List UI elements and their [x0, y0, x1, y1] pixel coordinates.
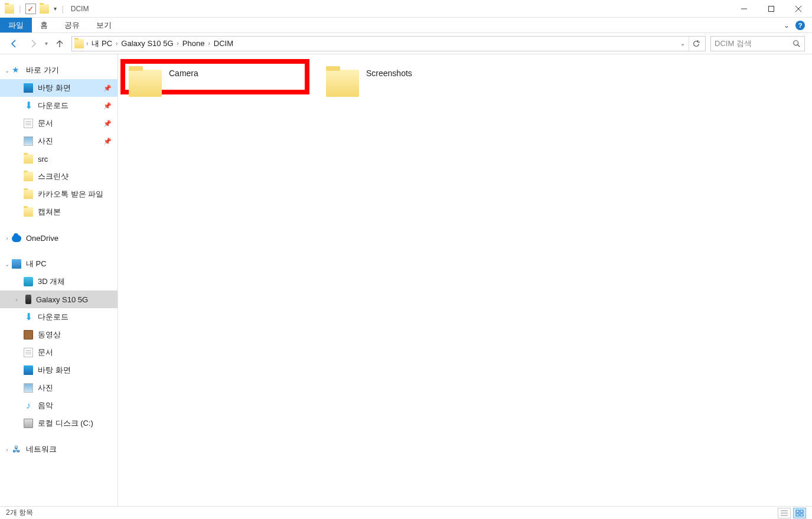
address-dropdown-icon[interactable]: ⌄: [677, 40, 689, 47]
refresh-button[interactable]: [689, 37, 703, 51]
expand-caret-icon[interactable]: ⌄: [4, 261, 11, 267]
nav-quick-item[interactable]: src: [0, 150, 118, 168]
qat-checkbox-icon[interactable]: ✓: [25, 4, 36, 14]
star-icon: ★: [12, 66, 21, 75]
disk-icon: [24, 419, 33, 428]
nav-quick-item[interactable]: 스크린샷: [0, 168, 118, 185]
svg-point-4: [794, 40, 798, 45]
network-icon: 🖧: [12, 445, 21, 454]
nav-pc-item[interactable]: 동영상: [0, 326, 118, 344]
tab-share[interactable]: 공유: [56, 18, 88, 32]
view-details-button[interactable]: [778, 508, 791, 518]
nav-quick-item[interactable]: 바탕 화면📌: [0, 79, 118, 97]
ribbon-tabs: 파일 홈 공유 보기 ⌄ ?: [0, 18, 812, 33]
svg-line-5: [798, 44, 800, 47]
folder-tile[interactable]: Screenshots: [322, 64, 511, 99]
search-icon: [793, 40, 801, 48]
content-area[interactable]: CameraScreenshots: [118, 54, 812, 506]
app-folder-icon: [5, 4, 14, 14]
nav-label: 내 PC: [26, 259, 47, 269]
expand-caret-icon[interactable]: ›: [4, 235, 11, 241]
tab-file[interactable]: 파일: [0, 18, 32, 32]
tab-home[interactable]: 홈: [32, 18, 56, 32]
navigation-pane: ⌄ ★ 바로 가기 바탕 화면📌⬇다운로드📌문서📌사진📌src스크린샷카카오톡 …: [0, 54, 118, 506]
nav-item-label: 문서: [38, 347, 53, 358]
window-title: DCIM: [71, 5, 89, 13]
breadcrumb-seg-1[interactable]: Galaxy S10 5G: [118, 39, 177, 48]
back-button[interactable]: [7, 37, 21, 51]
nav-this-pc[interactable]: ⌄ 내 PC: [0, 255, 118, 273]
svg-rect-10: [800, 510, 803, 513]
nav-item-label: Galaxy S10 5G: [36, 295, 88, 304]
ribbon-collapse-icon[interactable]: ⌄: [784, 21, 790, 30]
nav-onedrive[interactable]: › OneDrive: [0, 229, 118, 247]
nav-item-label: 사진: [38, 383, 53, 393]
document-icon: [24, 119, 33, 128]
document-icon: [24, 348, 33, 357]
recent-dropdown-icon[interactable]: ▾: [45, 40, 48, 47]
up-button[interactable]: [53, 37, 67, 51]
nav-pc-item[interactable]: 바탕 화면: [0, 361, 118, 379]
expand-caret-icon[interactable]: ›: [4, 446, 11, 453]
download-icon: ⬇: [24, 101, 33, 110]
nav-pc-item[interactable]: ›Galaxy S10 5G: [0, 290, 118, 308]
nav-item-label: 카카오톡 받은 파일: [38, 189, 103, 200]
help-icon[interactable]: ?: [795, 21, 805, 30]
nav-quick-item[interactable]: 문서📌: [0, 115, 118, 132]
nav-item-label: 다운로드: [38, 100, 69, 111]
folder-label: Screenshots: [366, 67, 412, 78]
nav-quick-item[interactable]: 사진📌: [0, 132, 118, 150]
qat-separator: |: [19, 4, 21, 13]
nav-quick-item[interactable]: 카카오톡 받은 파일: [0, 185, 118, 203]
qat-folder-icon[interactable]: [40, 4, 49, 14]
breadcrumb-seg-2[interactable]: Phone: [179, 39, 208, 48]
qat-separator-2: |: [61, 4, 63, 13]
folder-icon: [326, 70, 359, 97]
qat-dropdown-icon[interactable]: ▾: [54, 5, 57, 12]
search-input[interactable]: DCIM 검색: [710, 36, 805, 51]
tab-view[interactable]: 보기: [88, 18, 120, 32]
nav-item-label: 사진: [38, 136, 53, 146]
folder-icon: [24, 172, 33, 181]
nav-item-label: 바탕 화면: [38, 365, 71, 376]
nav-pc-item[interactable]: 로컬 디스크 (C:): [0, 414, 118, 432]
search-placeholder: DCIM 검색: [715, 38, 793, 49]
nav-pc-item[interactable]: 문서: [0, 344, 118, 361]
music-icon: ♪: [24, 401, 33, 410]
nav-pc-item[interactable]: ⬇다운로드: [0, 308, 118, 326]
nav-item-label: 로컬 디스크 (C:): [38, 418, 93, 429]
video-icon: [24, 330, 33, 340]
titlebar-left: | ✓ ▾ | DCIM: [0, 4, 89, 14]
minimize-button[interactable]: [731, 0, 758, 18]
close-button[interactable]: [785, 0, 812, 18]
folder-tile[interactable]: Camera: [120, 59, 309, 94]
address-row: ▾ › 내 PC › Galaxy S10 5G › Phone › DCIM …: [0, 33, 812, 54]
pin-icon: 📌: [103, 138, 112, 145]
desktop-icon: [24, 365, 33, 375]
view-tiles-button[interactable]: [793, 508, 806, 518]
nav-item-label: 스크린샷: [38, 171, 69, 182]
expand-caret-icon[interactable]: ›: [13, 296, 20, 303]
nav-quick-item[interactable]: ⬇다운로드📌: [0, 97, 118, 115]
nav-quick-access[interactable]: ⌄ ★ 바로 가기: [0, 61, 118, 79]
nav-item-label: 바탕 화면: [38, 83, 71, 93]
nav-pc-item[interactable]: 사진: [0, 379, 118, 397]
nav-item-label: 캡쳐본: [38, 207, 61, 217]
status-count: 2개 항목: [6, 508, 33, 518]
nav-label: 네트워크: [26, 444, 57, 455]
nav-network[interactable]: › 🖧 네트워크: [0, 440, 118, 458]
desktop-icon: [24, 83, 33, 93]
breadcrumb-seg-3[interactable]: DCIM: [210, 39, 237, 48]
picture-icon: [24, 383, 33, 393]
address-bar[interactable]: › 내 PC › Galaxy S10 5G › Phone › DCIM ⌄: [71, 36, 706, 51]
nav-quick-item[interactable]: 캡쳐본: [0, 203, 118, 221]
3d-objects-icon: [24, 277, 33, 286]
forward-button[interactable]: [26, 37, 40, 51]
pc-icon: [12, 259, 21, 269]
nav-pc-item[interactable]: 3D 개체: [0, 273, 118, 290]
folder-label: Camera: [169, 67, 198, 78]
expand-caret-icon[interactable]: ⌄: [4, 67, 11, 74]
maximize-button[interactable]: [758, 0, 785, 18]
nav-pc-item[interactable]: ♪음악: [0, 397, 118, 414]
breadcrumb-seg-0[interactable]: 내 PC: [88, 38, 116, 49]
